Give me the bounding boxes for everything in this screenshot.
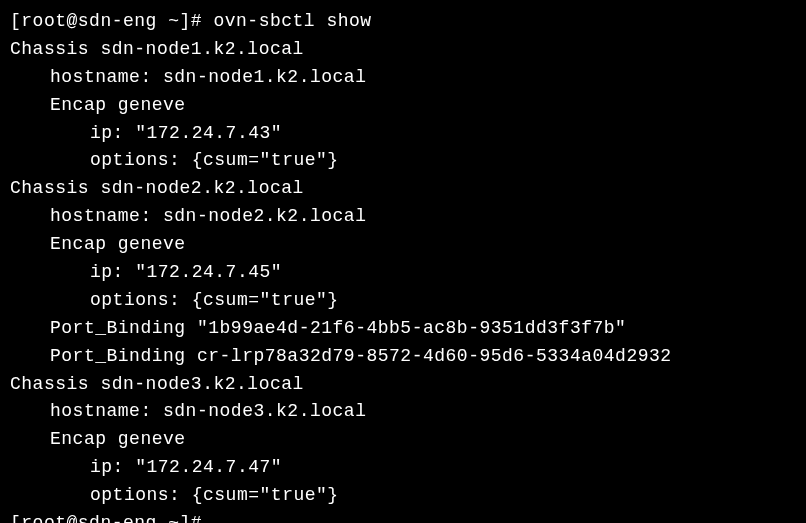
chassis-port-binding: Port_Binding cr-lrp78a32d79-8572-4d60-95…: [10, 343, 796, 371]
chassis-options: options: {csum="true"}: [10, 287, 796, 315]
shell-prompt: [root@sdn-eng ~]#: [10, 11, 202, 31]
chassis-encap: Encap geneve: [10, 231, 796, 259]
chassis-header: Chassis sdn-node2.k2.local: [10, 175, 796, 203]
chassis-port-binding: Port_Binding "1b99ae4d-21f6-4bb5-ac8b-93…: [10, 315, 796, 343]
chassis-hostname: hostname: sdn-node1.k2.local: [10, 64, 796, 92]
chassis-header: Chassis sdn-node3.k2.local: [10, 371, 796, 399]
prompt-line-1: [root@sdn-eng ~]# ovn-sbctl show: [10, 8, 796, 36]
chassis-ip: ip: "172.24.7.45": [10, 259, 796, 287]
chassis-ip: ip: "172.24.7.43": [10, 120, 796, 148]
chassis-hostname: hostname: sdn-node3.k2.local: [10, 398, 796, 426]
chassis-options: options: {csum="true"}: [10, 482, 796, 510]
chassis-encap: Encap geneve: [10, 92, 796, 120]
shell-command[interactable]: ovn-sbctl show: [202, 11, 372, 31]
chassis-header: Chassis sdn-node1.k2.local: [10, 36, 796, 64]
chassis-encap: Encap geneve: [10, 426, 796, 454]
chassis-ip: ip: "172.24.7.47": [10, 454, 796, 482]
chassis-options: options: {csum="true"}: [10, 147, 796, 175]
chassis-hostname: hostname: sdn-node2.k2.local: [10, 203, 796, 231]
prompt-line-2[interactable]: [root@sdn-eng ~]#: [10, 510, 796, 523]
